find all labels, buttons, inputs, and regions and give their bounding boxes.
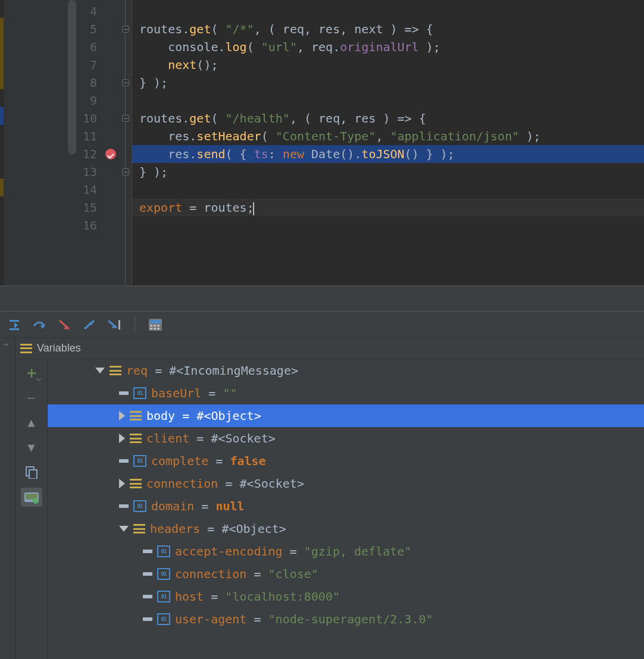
variables-tree[interactable]: req = #<IncomingMessage>01baseUrl = ""bo… — [48, 359, 644, 659]
breakpoint-icon[interactable] — [105, 149, 116, 159]
code-line[interactable]: routes.get( "/health", ( req, res ) => { — [132, 109, 644, 127]
line-number[interactable]: 4 — [4, 2, 132, 20]
fold-icon[interactable] — [122, 115, 129, 122]
variable-row[interactable]: req = #<IncomingMessage> — [48, 359, 644, 382]
step-over-icon[interactable] — [31, 316, 48, 333]
debug-panel: Variables ＋◡ — ▲ ▼ req = #<IncomingMessa… — [0, 338, 644, 659]
code-line[interactable] — [132, 92, 644, 109]
variable-text: client = #<Socket> — [146, 431, 276, 445]
variable-text: headers = #<Object> — [150, 522, 286, 536]
code-line[interactable] — [132, 181, 644, 199]
primitive-icon: 01 — [133, 387, 146, 399]
fold-icon[interactable] — [122, 79, 129, 86]
code-line[interactable]: res.send( { ts: new Date().toJSON() } ); — [132, 145, 644, 163]
svg-rect-6 — [150, 328, 152, 330]
variable-row[interactable]: 01connection = "close" — [48, 563, 644, 585]
code-line[interactable] — [132, 216, 644, 234]
code-line[interactable]: console.log( "url", req.originalUrl ); — [132, 38, 644, 56]
variable-row[interactable]: body = #<Object> — [48, 404, 644, 427]
primitive-icon: 01 — [157, 591, 170, 602]
code-area[interactable]: routes.get( "/*", ( req, res, next ) => … — [132, 0, 644, 285]
variable-text: accept-encoding = "gzip, deflate" — [175, 544, 411, 558]
view-mode-button[interactable] — [21, 488, 42, 507]
line-number[interactable]: 11 — [4, 127, 132, 145]
variable-text: host = "localhost:8000" — [175, 589, 340, 604]
variable-row[interactable]: 01accept-encoding = "gzip, deflate" — [48, 540, 644, 563]
toolbar-separator — [135, 316, 135, 333]
expand-icon[interactable] — [119, 434, 125, 443]
object-icon — [130, 479, 142, 488]
code-line[interactable]: } ); — [132, 163, 644, 181]
panel-strip[interactable] — [0, 338, 15, 659]
line-number[interactable]: 6 — [4, 38, 132, 56]
variable-row[interactable]: client = #<Socket> — [48, 427, 644, 450]
primitive-icon: 01 — [133, 455, 146, 467]
show-execution-point-icon[interactable] — [6, 316, 23, 333]
code-line[interactable]: res.setHeader( "Content-Type", "applicat… — [132, 127, 644, 145]
line-number[interactable]: 5 — [4, 20, 132, 38]
variable-row[interactable]: 01baseUrl = "" — [48, 382, 644, 404]
collapse-icon[interactable] — [95, 368, 105, 374]
move-down-button[interactable]: ▼ — [21, 438, 42, 457]
move-up-button[interactable]: ▲ — [21, 413, 42, 432]
line-number[interactable]: 10 — [4, 109, 132, 127]
variable-text: user-agent = "node-superagent/2.3.0" — [175, 612, 433, 626]
line-number[interactable]: 13 — [4, 163, 132, 181]
code-line[interactable]: export = routes; — [132, 199, 644, 216]
line-number[interactable]: 8 — [4, 74, 132, 92]
variable-text: body = #<Object> — [146, 409, 261, 423]
line-number[interactable]: 9 — [4, 92, 132, 109]
code-line[interactable]: routes.get( "/*", ( req, res, next ) => … — [132, 20, 644, 38]
svg-rect-0 — [118, 320, 120, 330]
variable-text: connection = "close" — [175, 567, 318, 581]
expand-icon[interactable] — [119, 479, 125, 488]
variable-row[interactable]: 01complete = false — [48, 450, 644, 472]
object-icon — [133, 524, 145, 534]
svg-rect-3 — [150, 325, 152, 327]
variable-row[interactable]: connection = #<Socket> — [48, 472, 644, 495]
copy-button[interactable] — [21, 463, 42, 482]
object-icon — [130, 411, 142, 420]
fold-icon[interactable] — [122, 26, 129, 33]
collapse-icon[interactable] — [119, 526, 129, 532]
line-number[interactable]: 7 — [4, 56, 132, 74]
line-number[interactable]: 12 — [4, 145, 132, 163]
svg-rect-7 — [154, 328, 156, 330]
variable-text: baseUrl = "" — [151, 386, 237, 400]
variable-row[interactable]: 01host = "localhost:8000" — [48, 585, 644, 608]
code-line[interactable] — [132, 2, 644, 20]
line-number[interactable]: 14 — [4, 181, 132, 199]
step-into-icon[interactable] — [56, 316, 73, 333]
variables-icon — [20, 344, 32, 353]
variable-row[interactable]: 01user-agent = "node-superagent/2.3.0" — [48, 608, 644, 630]
code-line[interactable]: next(); — [132, 56, 644, 74]
variables-title: Variables — [37, 342, 81, 354]
code-line[interactable]: } ); — [132, 74, 644, 92]
run-to-cursor-icon[interactable] — [106, 316, 123, 333]
primitive-icon: 01 — [157, 568, 170, 580]
expand-icon[interactable] — [119, 411, 125, 420]
code-editor[interactable]: 45678910111213141516 routes.get( "/*", (… — [0, 0, 644, 285]
svg-rect-8 — [157, 328, 160, 330]
variable-row[interactable]: 01domain = null — [48, 495, 644, 517]
evaluate-expression-icon[interactable] — [147, 316, 164, 333]
debug-toolbar — [0, 312, 644, 338]
primitive-icon: 01 — [157, 545, 170, 557]
line-number[interactable]: 16 — [4, 216, 132, 234]
panel-divider[interactable] — [0, 285, 644, 312]
fold-icon[interactable] — [122, 168, 129, 175]
variable-text: domain = null — [151, 499, 245, 513]
svg-rect-10 — [29, 470, 37, 479]
editor-gutter[interactable]: 45678910111213141516 — [4, 0, 132, 285]
svg-point-13 — [33, 498, 39, 504]
variable-text: connection = #<Socket> — [146, 476, 304, 491]
remove-watch-button[interactable]: — — [21, 388, 42, 407]
object-icon — [130, 434, 142, 443]
variable-text: complete = false — [151, 454, 266, 468]
variable-text: req = #<IncomingMessage> — [126, 363, 298, 378]
add-watch-button[interactable]: ＋◡ — [21, 363, 42, 382]
variable-row[interactable]: headers = #<Object> — [48, 517, 644, 540]
variables-tab[interactable]: Variables — [15, 338, 644, 359]
step-out-icon[interactable] — [81, 316, 98, 333]
line-number[interactable]: 15 — [4, 199, 132, 216]
